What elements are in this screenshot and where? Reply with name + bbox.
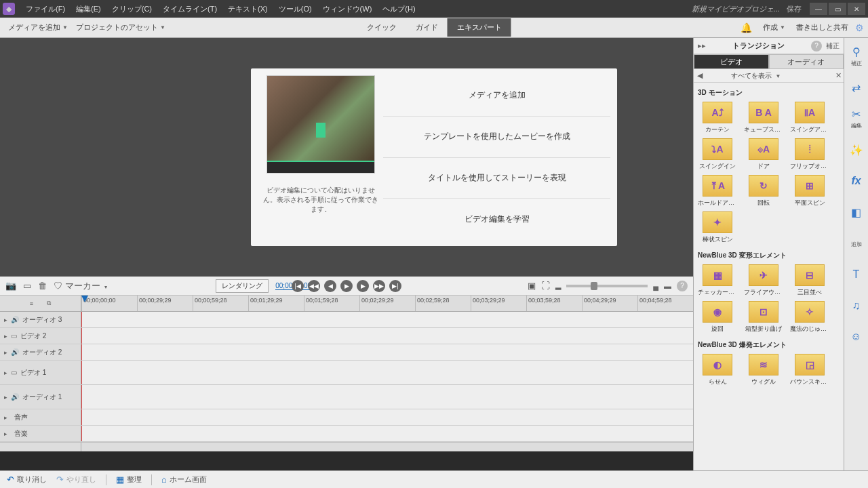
safe-margin-icon[interactable]: ▣ <box>528 281 536 291</box>
add-tool[interactable]: 追加 <box>846 228 867 259</box>
mode-tab-0[interactable]: クイック <box>357 18 406 37</box>
trash-icon[interactable]: 🗑 <box>38 281 47 291</box>
snapshot-icon[interactable]: ▭ <box>23 281 31 291</box>
play-icon[interactable]: ▶ <box>340 280 353 292</box>
correction-tab[interactable]: 補正 <box>826 41 840 51</box>
track-expand-icon[interactable]: ▸ <box>4 394 7 401</box>
track-header[interactable]: ▸▭ビデオ 2 <box>0 328 81 344</box>
menu-item[interactable]: 編集(E) <box>71 4 106 14</box>
step-back-icon[interactable]: ◀◀ <box>308 280 320 292</box>
transition-item[interactable]: A⤴カーテン <box>698 102 737 134</box>
welcome-action[interactable]: メディアを追加 <box>383 75 610 117</box>
render-button[interactable]: レンダリング <box>216 279 269 293</box>
track-header[interactable]: ▸音声 <box>0 409 81 425</box>
add-media-dropdown[interactable]: メディアを追加▼ <box>4 22 72 33</box>
track-header[interactable]: ▸🔊オーディオ 3 <box>0 312 81 327</box>
notification-bell-icon[interactable]: 🔔 <box>741 22 752 33</box>
menu-item[interactable]: ファイル(F) <box>20 4 71 14</box>
prev-frame-icon[interactable]: ◀ <box>324 280 336 292</box>
help-icon[interactable]: ? <box>811 41 822 52</box>
menu-item[interactable]: テキスト(X) <box>222 4 273 14</box>
redo-button[interactable]: ↷やり直し <box>56 474 96 485</box>
filter-select[interactable]: すべてを表示 ▼ <box>706 71 806 81</box>
mode-tab-2[interactable]: エキスパート <box>448 18 511 37</box>
transition-item[interactable]: ⊟三目並べ <box>790 264 829 297</box>
timeline-help-icon[interactable]: ? <box>677 281 688 291</box>
transition-item[interactable]: ⦙フリップオーバー <box>790 138 829 171</box>
zoom-slider[interactable] <box>566 285 648 287</box>
track-lane[interactable] <box>81 312 693 327</box>
music-tool-icon[interactable]: ♫ <box>846 290 867 321</box>
fullscreen-icon[interactable]: ⛶ <box>541 281 550 291</box>
transition-item[interactable]: ✦棒状スピン <box>698 211 737 244</box>
track-expand-icon[interactable]: ▸ <box>4 369 7 376</box>
track-header[interactable]: ▸▭ビデオ 1 <box>0 361 81 384</box>
transitions-tool[interactable]: ⇄ <box>846 72 867 103</box>
welcome-action[interactable]: ビデオ編集を学習 <box>383 199 610 239</box>
create-dropdown[interactable]: 作成▼ <box>759 22 789 33</box>
timeline-ruler[interactable]: ≡ ⧉ 00;00;00;0000;00;29;2900;00;59;2800;… <box>0 296 693 312</box>
maximize-button[interactable]: ▭ <box>829 3 846 15</box>
project-assets-dropdown[interactable]: プロジェクトのアセット▼ <box>72 22 170 33</box>
transition-item[interactable]: ⤒Aホールドアップ <box>698 175 737 207</box>
track-expand-icon[interactable]: ▸ <box>4 349 7 356</box>
transition-item[interactable]: B Aキューブスピン <box>744 102 783 134</box>
undo-button[interactable]: ↶取り消し <box>7 474 47 485</box>
goto-start-icon[interactable]: |◀ <box>292 280 304 292</box>
next-frame-icon[interactable]: ▶ <box>357 280 369 292</box>
marker-dropdown[interactable]: ♡ マーカー ▾ <box>54 280 107 292</box>
track-options-icon[interactable]: ≡ <box>30 300 33 307</box>
track-expand-icon[interactable]: ▸ <box>4 430 7 437</box>
snap-icon[interactable]: ⧉ <box>47 300 51 307</box>
transition-item[interactable]: ◐らせん <box>698 354 737 386</box>
organize-button[interactable]: ▦整理 <box>116 474 142 485</box>
menu-item[interactable]: タイムライン(T) <box>157 4 222 14</box>
timeline-scrollbar[interactable] <box>0 442 693 451</box>
menu-item[interactable]: ヘルプ(H) <box>377 4 420 14</box>
track-lane[interactable] <box>81 344 693 360</box>
zoom-in-icon[interactable]: ▄ <box>653 282 658 290</box>
filter-close-icon[interactable]: ✕ <box>833 71 844 80</box>
track-lane[interactable] <box>81 385 693 409</box>
minimize-button[interactable]: — <box>810 3 827 15</box>
track-header[interactable]: ▸音楽 <box>0 426 81 441</box>
track-expand-icon[interactable]: ▸ <box>4 317 7 323</box>
track-lane[interactable] <box>81 409 693 425</box>
track-header[interactable]: ▸🔊オーディオ 1 <box>0 385 81 409</box>
track-lane[interactable] <box>81 328 693 344</box>
transition-item[interactable]: ▦チェッカーボード <box>698 264 737 297</box>
export-button[interactable]: 書き出しと共有 <box>796 22 848 33</box>
transition-item[interactable]: ⟐Aドア <box>744 138 783 171</box>
gradient-tool-icon[interactable]: ◧ <box>846 197 867 228</box>
video-subtab[interactable]: ビデオ <box>694 54 769 69</box>
save-button[interactable]: 保存 <box>787 4 802 14</box>
track-lane[interactable] <box>81 361 693 384</box>
transition-item[interactable]: ◉旋回 <box>698 301 737 333</box>
scissors-tool-icon[interactable]: ✂編集 <box>846 103 867 134</box>
welcome-action[interactable]: テンプレートを使用したムービーを作成 <box>383 117 610 158</box>
fx-tool-icon[interactable]: fx <box>846 165 867 197</box>
transition-item[interactable]: ✈フライアウェイ <box>744 264 783 297</box>
step-fwd-icon[interactable]: ▶▶ <box>373 280 385 292</box>
camera-icon[interactable]: 📷 <box>5 281 16 291</box>
track-lane[interactable] <box>81 426 693 441</box>
zoom-out-icon[interactable]: ▂ <box>555 281 561 290</box>
fit-icon[interactable]: ▬ <box>664 282 671 290</box>
transition-item[interactable]: ⊡箱型折り曲げ <box>744 301 783 333</box>
transition-item[interactable]: ≋ウィグル <box>744 354 783 386</box>
audio-subtab[interactable]: オーディオ <box>769 54 844 69</box>
goto-end-icon[interactable]: ▶| <box>389 280 401 292</box>
settings-gear-icon[interactable]: ⚙ <box>855 22 864 33</box>
track-expand-icon[interactable]: ▸ <box>4 414 7 421</box>
track-header[interactable]: ▸🔊オーディオ 2 <box>0 344 81 360</box>
transition-item[interactable]: ↻回転 <box>744 175 783 207</box>
menu-item[interactable]: クリップ(C) <box>106 4 157 14</box>
transition-item[interactable]: ✧魔法のじゅうたん <box>790 301 829 333</box>
filter-back-icon[interactable]: ◀ <box>694 71 706 80</box>
panel-collapse-icon[interactable]: ▸▸ <box>698 41 706 50</box>
close-button[interactable]: ✕ <box>848 3 865 15</box>
text-tool-icon[interactable]: T <box>846 259 867 290</box>
magic-wand-icon[interactable]: ✨ <box>846 134 867 165</box>
transition-item[interactable]: ⤵Aスイングイン <box>698 138 737 171</box>
menu-item[interactable]: ツール(O) <box>273 4 317 14</box>
